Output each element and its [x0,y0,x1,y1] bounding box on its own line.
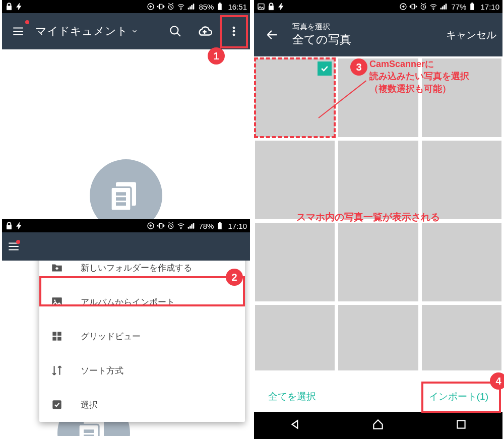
status-bar: 85% 16:51 [2,0,250,13]
photo-thumb[interactable] [255,305,335,370]
lock-icon [5,222,13,230]
svg-rect-24 [52,400,61,409]
import-button[interactable]: インポート(1) [429,390,488,403]
menu-import-album[interactable]: アルバムからインポート [39,285,245,319]
photo-thumb[interactable] [422,305,501,370]
vibrate-icon [157,222,165,230]
empty-state [2,49,250,212]
clock-text: 17:10 [228,222,247,230]
svg-rect-21 [57,332,61,336]
screen-my-documents: 85% 16:51 マイドキュメント [2,0,250,212]
screen-overflow-menu: 78% 17:10 新しいフォルダーを作成する アルバムからインポート グリ [2,219,250,436]
battery-icon [468,3,476,11]
alarm-icon [167,3,175,11]
plus-circle-icon [399,3,407,11]
clock-text: 16:51 [228,3,247,11]
plus-circle-icon [147,3,155,11]
menu-select[interactable]: 選択 [39,388,245,422]
svg-rect-30 [472,3,473,4]
alarm-icon [419,3,427,11]
chevron-down-icon [131,28,138,35]
svg-rect-22 [52,337,56,341]
android-nav-bar [254,412,502,439]
lock-icon [267,3,275,11]
svg-rect-4 [219,3,221,4]
svg-rect-15 [219,222,221,223]
menu-grid-view[interactable]: グリッドビュー [39,319,245,353]
vibrate-icon [409,3,417,11]
svg-point-7 [233,30,235,32]
svg-point-2 [180,9,181,10]
svg-point-28 [433,9,434,10]
grid-icon [50,330,64,343]
notification-dot-icon [25,20,29,24]
svg-point-6 [233,27,235,29]
callout-badge-3: 3 [350,58,367,76]
photo-thumb[interactable] [255,223,335,301]
alarm-icon [167,222,175,230]
clock-text: 17:10 [480,3,499,11]
notification-dot-icon [16,240,20,244]
photo-thumb[interactable] [338,305,418,370]
menu-sort[interactable]: ソート方式 [39,353,245,388]
cancel-button[interactable]: キャンセル [446,28,496,42]
signal-icon [187,3,195,11]
nav-back[interactable] [289,418,302,433]
menu-button[interactable] [6,239,21,254]
wifi-icon [177,222,185,230]
overflow-menu: 新しいフォルダーを作成する アルバムからインポート グリッドビュー ソート方式 … [39,261,245,422]
menu-button[interactable] [6,19,30,43]
signal-icon [439,3,448,11]
photo-thumb[interactable] [338,58,418,137]
picker-app-bar: 写真を選択 全ての写真 キャンセル [254,13,502,56]
wifi-icon [177,3,185,11]
triangle-back-icon [289,418,302,431]
overflow-button[interactable] [222,19,246,43]
photo-thumb[interactable] [422,223,501,301]
battery-text: 85% [199,3,214,11]
arrow-left-icon [265,28,279,42]
picker-bottom-bar: 全てを選択 インポート(1) [254,382,502,412]
square-icon [455,418,468,431]
search-button[interactable] [163,19,187,43]
selected-check-icon [318,61,332,76]
photo-thumb[interactable] [422,141,501,219]
picker-title[interactable]: 写真を選択 全ての写真 [292,22,351,47]
photo-thumb[interactable] [422,58,501,137]
home-icon [371,418,385,431]
folder-plus-icon [50,261,64,274]
photo-thumb[interactable] [255,58,335,137]
app-bar-dimmed [2,232,250,261]
cloud-button[interactable] [193,19,217,43]
cloud-plus-icon [197,24,212,39]
photo-grid [254,56,502,370]
photo-thumb[interactable] [338,223,418,301]
nav-recent[interactable] [455,418,468,433]
back-button[interactable] [260,23,284,47]
battery-icon [216,222,224,230]
photo-thumb[interactable] [255,141,335,219]
page-title[interactable]: マイドキュメント [35,24,158,39]
svg-rect-23 [57,337,61,341]
image-icon [257,3,265,11]
search-icon [169,25,182,38]
svg-rect-29 [471,4,474,10]
svg-rect-3 [218,4,222,10]
photo-thumb[interactable] [338,141,418,219]
callout-badge-4: 4 [490,372,504,390]
menu-new-folder[interactable]: 新しいフォルダーを作成する [39,261,245,285]
svg-rect-20 [52,332,56,336]
status-bar: 77% 17:10 [254,0,502,13]
callout-badge-2: 2 [226,269,243,286]
battery-icon [216,3,224,11]
svg-point-19 [54,299,55,301]
vibrate-icon [157,3,165,11]
svg-point-8 [233,34,235,36]
select-all-button[interactable]: 全てを選択 [268,390,316,403]
plus-circle-icon [147,222,155,230]
app-bar: マイドキュメント [2,13,250,49]
svg-point-5 [170,26,178,34]
checkbox-icon [50,398,64,411]
signal-icon [187,222,195,230]
nav-home[interactable] [371,418,385,433]
